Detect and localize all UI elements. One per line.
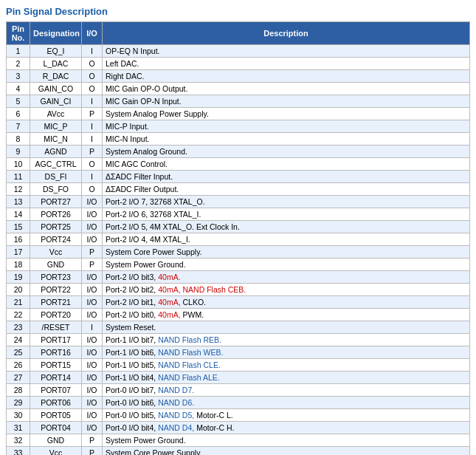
cell-pin-no: 14 (7, 208, 30, 221)
table-row: 33VccPSystem Core Power Supply. (7, 447, 470, 456)
cell-pin-no: 21 (7, 296, 30, 309)
header-description: Description (103, 22, 470, 45)
cell-io: I/O (82, 397, 103, 409)
cell-description: ΔΣADC Filter Input. (103, 171, 470, 183)
cell-designation: PORT07 (30, 384, 82, 397)
cell-io: I (82, 45, 103, 58)
cell-io: I/O (82, 346, 103, 359)
table-row: 19PORT23I/OPort-2 I/O bit3, 40mA. (7, 271, 470, 284)
cell-io: O (82, 83, 103, 95)
cell-designation: PORT27 (30, 196, 82, 208)
table-row: 10AGC_CTRLOMIC AGC Control. (7, 158, 470, 171)
cell-designation: PORT14 (30, 372, 82, 384)
cell-description: Port-2 I/O bit2, 40mA, NAND Flash CEB. (103, 284, 470, 296)
cell-description: Port-2 I/O 4, 4M XTAL_I. (103, 233, 470, 246)
cell-io: I/O (82, 284, 103, 296)
cell-description: Port-0 I/O bit4, NAND D4, Motor-C H. (103, 422, 470, 434)
cell-pin-no: 28 (7, 384, 30, 397)
cell-io: P (82, 447, 103, 456)
cell-pin-no: 15 (7, 221, 30, 233)
cell-pin-no: 9 (7, 146, 30, 158)
cell-pin-no: 30 (7, 409, 30, 422)
table-row: 18GNDPSystem Power Ground. (7, 259, 470, 271)
cell-description: MIC AGC Control. (103, 158, 470, 171)
cell-designation: PORT21 (30, 296, 82, 309)
cell-pin-no: 22 (7, 309, 30, 321)
cell-pin-no: 10 (7, 158, 30, 171)
cell-description: Port-2 I/O 7, 32768 XTAL_O. (103, 196, 470, 208)
cell-designation: GND (30, 259, 82, 271)
cell-pin-no: 27 (7, 372, 30, 384)
cell-description: System Power Ground. (103, 259, 470, 271)
cell-pin-no: 31 (7, 422, 30, 434)
cell-designation: Vcc (30, 246, 82, 259)
cell-description: OP-EQ N Input. (103, 45, 470, 58)
cell-designation: L_DAC (30, 58, 82, 70)
cell-designation: PORT24 (30, 233, 82, 246)
table-row: 20PORT22I/OPort-2 I/O bit2, 40mA, NAND F… (7, 284, 470, 296)
cell-pin-no: 13 (7, 196, 30, 208)
cell-pin-no: 18 (7, 259, 30, 271)
cell-io: O (82, 158, 103, 171)
table-row: 2L_DACOLeft DAC. (7, 58, 470, 70)
cell-description: Port-0 I/O bit5, NAND D5, Motor-C L. (103, 409, 470, 422)
cell-description: Port-0 I/O bit7, NAND D7. (103, 384, 470, 397)
cell-pin-no: 8 (7, 133, 30, 146)
cell-description: System Core Power Supply. (103, 246, 470, 259)
cell-designation: AGND (30, 146, 82, 158)
cell-io: P (82, 108, 103, 120)
table-row: 32GNDPSystem Power Ground. (7, 434, 470, 447)
cell-io: I/O (82, 208, 103, 221)
cell-io: O (82, 183, 103, 196)
cell-description: ΔΣADC Filter Output. (103, 183, 470, 196)
cell-io: I/O (82, 233, 103, 246)
table-row: 11DS_FIIΔΣADC Filter Input. (7, 171, 470, 183)
table-body: 1EQ_IIOP-EQ N Input.2L_DACOLeft DAC.3R_D… (7, 45, 470, 456)
table-row: 31PORT04I/OPort-0 I/O bit4, NAND D4, Mot… (7, 422, 470, 434)
cell-pin-no: 26 (7, 359, 30, 372)
cell-designation: R_DAC (30, 70, 82, 83)
cell-designation: PORT20 (30, 309, 82, 321)
table-row: 5GAIN_CIIMIC Gain OP-N Input. (7, 95, 470, 108)
cell-io: I/O (82, 271, 103, 284)
cell-pin-no: 25 (7, 346, 30, 359)
cell-io: O (82, 58, 103, 70)
cell-description: MIC Gain OP-O Output. (103, 83, 470, 95)
cell-designation: PORT25 (30, 221, 82, 233)
cell-designation: PORT17 (30, 334, 82, 346)
cell-designation: DS_FI (30, 171, 82, 183)
table-row: 9AGNDPSystem Analog Ground. (7, 146, 470, 158)
cell-description: Port-2 I/O bit0, 40mA, PWM. (103, 309, 470, 321)
page-title: Pin Signal Description (6, 6, 470, 17)
cell-pin-no: 20 (7, 284, 30, 296)
header-designation: Designation (30, 22, 82, 45)
cell-designation: GND (30, 434, 82, 447)
cell-pin-no: 19 (7, 271, 30, 284)
table-row: 28PORT07I/OPort-0 I/O bit7, NAND D7. (7, 384, 470, 397)
cell-pin-no: 16 (7, 233, 30, 246)
table-row: 23/RESETISystem Reset. (7, 321, 470, 334)
cell-description: Port-1 I/O bit7, NAND Flash REB. (103, 334, 470, 346)
table-row: 4GAIN_COOMIC Gain OP-O Output. (7, 83, 470, 95)
cell-io: I (82, 95, 103, 108)
cell-designation: PORT22 (30, 284, 82, 296)
table-row: 29PORT06I/OPort-0 I/O bit6, NAND D6. (7, 397, 470, 409)
table-row: 16PORT24I/OPort-2 I/O 4, 4M XTAL_I. (7, 233, 470, 246)
pin-signal-table: Pin No. Designation I/O Description 1EQ_… (6, 21, 470, 455)
cell-io: I/O (82, 422, 103, 434)
cell-pin-no: 29 (7, 397, 30, 409)
cell-designation: PORT15 (30, 359, 82, 372)
cell-io: O (82, 70, 103, 83)
header-pin: Pin No. (7, 22, 30, 45)
cell-description: System Reset. (103, 321, 470, 334)
table-row: 8MIC_NIMIC-N Input. (7, 133, 470, 146)
cell-designation: PORT16 (30, 346, 82, 359)
table-row: 17VccPSystem Core Power Supply. (7, 246, 470, 259)
cell-designation: DS_FO (30, 183, 82, 196)
cell-io: I (82, 171, 103, 183)
cell-io: I (82, 120, 103, 133)
cell-description: Port-1 I/O bit5, NAND Flash CLE. (103, 359, 470, 372)
table-row: 25PORT16I/OPort-1 I/O bit6, NAND Flash W… (7, 346, 470, 359)
cell-description: Port-2 I/O 6, 32768 XTAL_I. (103, 208, 470, 221)
cell-designation: GAIN_CO (30, 83, 82, 95)
